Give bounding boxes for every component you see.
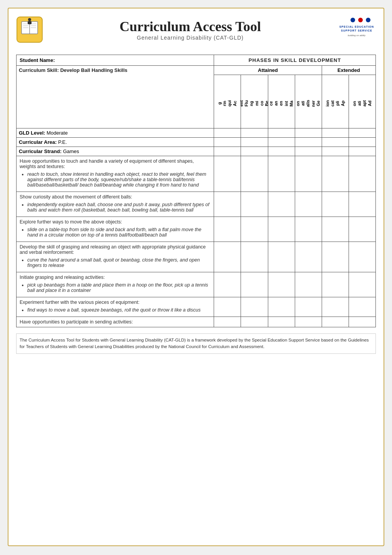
- gld-phase-4: [295, 128, 322, 138]
- phase-col-adapting: Adaptation: [349, 75, 375, 128]
- gld-phase-2: [241, 128, 268, 138]
- app-title: Curriculum Access Tool: [51, 18, 330, 35]
- app-subtitle: General Learning Disability (CAT-GLD): [51, 35, 330, 41]
- gld-phase-1: [214, 128, 241, 138]
- strand-phase-1: [214, 147, 241, 156]
- curricular-strand-row: Curricular Strand: Games: [17, 147, 376, 156]
- curriculum-skill-cell: Curriculum Skill: Develop Ball Handling …: [17, 66, 214, 128]
- area-phase-2: [241, 138, 268, 147]
- content-text-2: Explore further ways to move the above o…: [17, 217, 214, 242]
- header-title-block: Curriculum Access Tool General Learning …: [51, 18, 330, 41]
- strand-phase-4: [295, 147, 322, 156]
- attained-header: Attained: [214, 66, 322, 75]
- content-row-4: Initiate grasping and releasing activiti…: [17, 272, 376, 297]
- curricular-area-value: P.E.: [58, 139, 67, 145]
- area-phase-6: [349, 138, 375, 147]
- footer-text: The Curriculum Access Tool for Students …: [20, 338, 369, 349]
- content-text-0: Have opportunities to touch and handle a…: [17, 156, 214, 192]
- curricular-area-cell: Curricular Area: P.E.: [17, 138, 214, 147]
- content-row-1: Show curiosity about the movement of dif…: [17, 192, 376, 217]
- gld-phase-3: [268, 128, 295, 138]
- curricular-area-label: Curricular Area:: [19, 139, 57, 145]
- phase-becoming-label: BecomingFluent: [239, 80, 269, 127]
- gld-level-label: GLD Level:: [19, 130, 45, 136]
- phase-col-acquiring: Acquiring: [214, 75, 241, 128]
- gld-level-cell: GLD Level: Moderate: [17, 128, 214, 138]
- phases-header: PHASES IN SKILL DEVELOPMENT: [214, 55, 376, 66]
- svg-point-12: [358, 18, 363, 22]
- curriculum-skill-value: Develop Ball Handling Skills: [60, 67, 128, 73]
- extended-header: Extended: [322, 66, 375, 75]
- page: Curriculum Access Tool General Learning …: [8, 8, 384, 546]
- skill-attained-row: Curriculum Skill: Develop Ball Handling …: [17, 66, 376, 75]
- svg-text:SUPPORT SERVICE: SUPPORT SERVICE: [341, 29, 372, 32]
- phase-applying-label: Application: [325, 80, 345, 127]
- content-text-5: Experiment further with the various piec…: [17, 297, 214, 317]
- gld-level-row: GLD Level: Moderate: [17, 128, 376, 138]
- strand-phase-3: [268, 147, 295, 156]
- content-text-1: Show curiosity about the movement of dif…: [17, 192, 214, 217]
- gld-phase-6: [349, 128, 375, 138]
- content-row-3: Develop the skill of grasping and releas…: [17, 242, 376, 272]
- area-phase-4: [295, 138, 322, 147]
- curricular-area-row: Curricular Area: P.E.: [17, 138, 376, 147]
- curricular-strand-label: Curricular Strand:: [19, 148, 61, 154]
- gld-phase-5: [322, 128, 349, 138]
- footer-note: The Curriculum Access Tool for Students …: [16, 333, 376, 354]
- curricular-strand-value: Games: [63, 148, 79, 154]
- svg-text:SPECIAL EDUCATION: SPECIAL EDUCATION: [339, 25, 374, 28]
- content-text-4: Initiate grasping and releasing activiti…: [17, 272, 214, 297]
- content-row-6: Have opportunities to participate in sen…: [17, 317, 376, 327]
- gld-level-value: Moderate: [47, 130, 68, 136]
- area-phase-5: [322, 138, 349, 147]
- logo-right: SPECIAL EDUCATION SUPPORT SERVICE buildi…: [337, 16, 376, 43]
- strand-phase-2: [241, 147, 268, 156]
- svg-point-13: [366, 18, 370, 22]
- logo-left: [16, 16, 43, 43]
- phase-generalising-label: Generalisation: [296, 80, 321, 127]
- phase-col-applying: Application: [322, 75, 349, 128]
- svg-point-9: [28, 18, 31, 21]
- content-text-3: Develop the skill of grasping and releas…: [17, 242, 214, 272]
- student-name-cell: Student Name:: [17, 55, 214, 66]
- strand-phase-6: [349, 147, 375, 156]
- phase-col-becoming: BecomingFluent: [241, 75, 268, 128]
- content-text-6: Have opportunities to participate in sen…: [17, 317, 214, 327]
- student-name-row: Student Name: PHASES IN SKILL DEVELOPMEN…: [17, 55, 376, 66]
- content-row-0: Have opportunities to touch and handle a…: [17, 156, 376, 192]
- area-phase-1: [214, 138, 241, 147]
- content-row-2: Explore further ways to move the above o…: [17, 217, 376, 242]
- curriculum-skill-label: Curriculum Skill:: [19, 67, 59, 73]
- curricular-strand-cell: Curricular Strand: Games: [17, 147, 214, 156]
- phase-col-generalising: Generalisation: [295, 75, 322, 128]
- main-table: Student Name: PHASES IN SKILL DEVELOPMEN…: [16, 55, 376, 327]
- strand-phase-5: [322, 147, 349, 156]
- phase-adapting-label: Adaptation: [352, 80, 372, 127]
- student-name-label: Student Name:: [20, 57, 55, 63]
- phase-col-maintaining: Maintenance: [268, 75, 295, 128]
- phase-maintaining-label: Maintenance: [269, 80, 294, 127]
- svg-text:building on ability: building on ability: [348, 34, 366, 37]
- area-phase-3: [268, 138, 295, 147]
- phase-acquiring-label: Acquiring: [217, 80, 238, 127]
- svg-point-11: [350, 18, 355, 22]
- content-row-5: Experiment further with the various piec…: [17, 297, 376, 317]
- svg-rect-10: [28, 21, 32, 24]
- header: Curriculum Access Tool General Learning …: [16, 16, 376, 43]
